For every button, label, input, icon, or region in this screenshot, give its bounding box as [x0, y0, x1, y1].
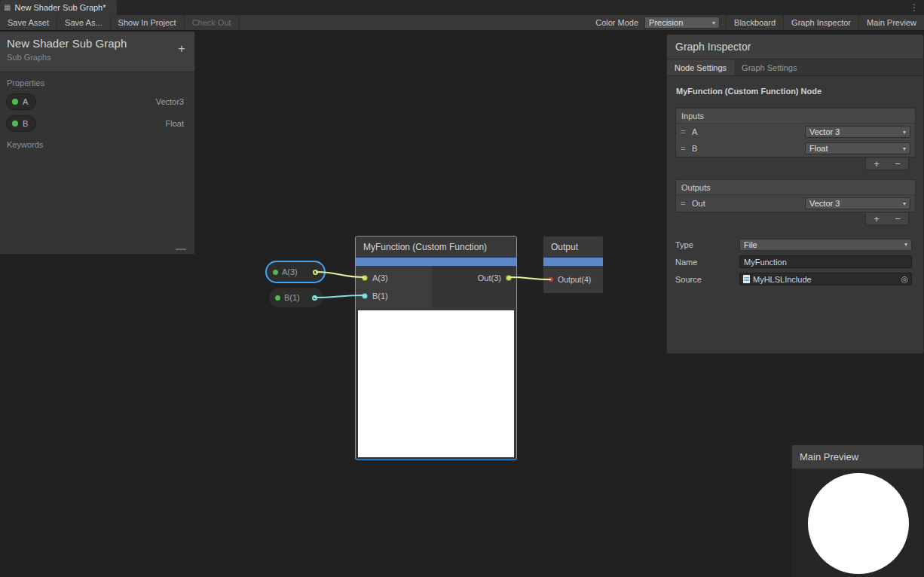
property-node-a-label: A(3) — [282, 267, 298, 276]
output-out-name[interactable]: Out — [692, 199, 805, 208]
save-as-button[interactable]: Save As... — [57, 15, 111, 30]
inputs-list: Inputs = A Vector 3 ▾ = B Float ▾ — [675, 108, 916, 157]
blackboard-property-row: B Float — [0, 112, 194, 134]
window-menu-icon[interactable]: ⋮ — [910, 2, 919, 13]
output-port-label: Out(3) — [478, 273, 501, 282]
tab-node-settings[interactable]: Node Settings — [667, 60, 734, 75]
main-preview-header[interactable]: Main Preview — [792, 445, 923, 469]
chevron-down-icon: ▾ — [900, 145, 906, 152]
keywords-section-label: Keywords — [0, 134, 194, 152]
remove-output-button[interactable]: − — [887, 213, 908, 224]
input-a-type-dropdown[interactable]: Vector 3 ▾ — [805, 126, 910, 138]
property-b-output-port[interactable] — [312, 295, 317, 301]
input-row-a: = A Vector 3 ▾ — [676, 124, 915, 140]
exposed-property-icon — [275, 295, 280, 301]
input-b-type-value: Float — [809, 144, 828, 153]
main-preview-body[interactable] — [792, 469, 923, 576]
graph-inspector-header[interactable]: Graph Inspector — [667, 35, 923, 60]
exposed-property-icon — [273, 270, 278, 275]
input-ports: A(3) B(1) — [356, 266, 432, 308]
source-object-field[interactable]: MyHLSLInclude ◎ — [739, 273, 912, 285]
graph-inspector-toggle-button[interactable]: Graph Inspector — [783, 15, 858, 30]
blackboard-toggle-button[interactable]: Blackboard — [726, 15, 783, 30]
drag-handle-icon[interactable]: = — [681, 144, 692, 153]
properties-section-label: Properties — [0, 72, 194, 90]
input-row-b: = B Float ▾ — [676, 140, 915, 157]
chevron-down-icon: ▾ — [709, 20, 715, 26]
output-node-title[interactable]: Output — [543, 237, 603, 258]
document-tab-label: New Shader Sub Graph* — [14, 3, 106, 12]
show-in-project-button[interactable]: Show In Project — [111, 15, 185, 30]
property-node-a[interactable]: A(3) — [265, 261, 326, 283]
window-titlebar: ▦ New Shader Sub Graph* ⋮ — [0, 0, 924, 15]
subgraph-output-node[interactable]: Output Output(4) — [543, 236, 604, 294]
blackboard-title: New Shader Sub Graph — [7, 37, 187, 50]
property-a-type: Vector3 — [156, 97, 184, 106]
main-preview-toggle-button[interactable]: Main Preview — [858, 15, 924, 30]
type-value: File — [744, 240, 757, 249]
source-label: Source — [675, 275, 739, 284]
property-pill-b-label: B — [23, 119, 28, 128]
outputs-list-header: Outputs — [676, 180, 915, 195]
node-settings-title: MyFunction (Custom Function) Node — [676, 87, 916, 96]
graph-inspector-tabs: Node Settings Graph Settings — [667, 60, 923, 76]
toolbar-right-group: Color Mode Precision ▾ Blackboard Graph … — [589, 15, 924, 30]
blackboard-resize-handle[interactable] — [176, 249, 186, 250]
check-out-button: Check Out — [185, 15, 240, 30]
custom-function-node-title[interactable]: MyFunction (Custom Function) — [356, 237, 516, 258]
input-port-a[interactable] — [362, 275, 368, 281]
function-fields: Type File ▾ Name MyFunction Source MyHLS… — [675, 236, 916, 288]
shader-graph-icon: ▦ — [4, 4, 11, 11]
drag-handle-icon[interactable]: = — [681, 199, 692, 208]
preview-sphere — [808, 473, 909, 574]
type-label: Type — [675, 240, 739, 249]
color-mode-dropdown[interactable]: Precision ▾ — [644, 17, 720, 29]
input-b-type-dropdown[interactable]: Float ▾ — [805, 142, 910, 154]
toolbar: Save Asset Save As... Show In Project Ch… — [0, 15, 924, 31]
input-port-row-a: A(3) — [356, 269, 432, 287]
exposed-property-icon — [12, 99, 18, 105]
output-row-out: = Out Vector 3 ▾ — [676, 195, 915, 212]
property-pill-b[interactable]: B — [6, 115, 36, 132]
blackboard-subtitle: Sub Graphs — [7, 53, 187, 62]
outputs-list: Outputs = Out Vector 3 ▾ — [675, 179, 916, 212]
output-node-body: Output(4) — [543, 266, 603, 293]
main-preview-panel: Main Preview — [791, 444, 924, 577]
output-node-port-label: Output(4) — [558, 275, 591, 284]
add-output-button[interactable]: + — [866, 213, 887, 224]
custom-function-node[interactable]: MyFunction (Custom Function) A(3) B(1) O… — [355, 236, 517, 460]
property-node-b[interactable]: B(1) — [268, 287, 324, 308]
tab-graph-settings[interactable]: Graph Settings — [734, 60, 804, 75]
property-node-b-label: B(1) — [284, 293, 300, 302]
property-a-output-port[interactable] — [313, 270, 318, 275]
blackboard-header[interactable]: New Shader Sub Graph Sub Graphs + — [0, 32, 194, 72]
type-dropdown[interactable]: File ▾ — [739, 239, 912, 251]
property-pill-a-label: A — [23, 97, 28, 106]
property-b-type: Float — [166, 119, 184, 128]
object-picker-icon[interactable]: ◎ — [901, 275, 908, 283]
remove-input-button[interactable]: − — [887, 158, 908, 169]
output-port-out[interactable] — [506, 275, 512, 281]
input-b-name[interactable]: B — [692, 144, 805, 153]
drag-handle-icon[interactable]: = — [681, 127, 692, 136]
output-port-row: Out(3) — [478, 269, 512, 287]
blackboard-property-row: A Vector3 — [0, 90, 194, 112]
chevron-down-icon: ▾ — [901, 241, 907, 248]
output-out-type-value: Vector 3 — [809, 199, 840, 208]
output-node-input-port[interactable] — [548, 276, 554, 282]
name-input[interactable]: MyFunction — [739, 255, 912, 268]
input-a-name[interactable]: A — [692, 127, 805, 136]
inputs-list-footer: + − — [865, 157, 909, 170]
inputs-list-header: Inputs — [676, 108, 915, 124]
color-mode-label: Color Mode — [589, 18, 644, 27]
add-property-button[interactable]: + — [175, 42, 188, 56]
document-tab[interactable]: ▦ New Shader Sub Graph* — [0, 0, 117, 15]
chevron-down-icon: ▾ — [900, 200, 906, 207]
name-field-row: Name MyFunction — [675, 253, 912, 270]
source-value: MyHLSLInclude — [753, 275, 812, 284]
output-out-type-dropdown[interactable]: Vector 3 ▾ — [805, 197, 910, 209]
input-port-b[interactable] — [362, 293, 368, 299]
save-asset-button[interactable]: Save Asset — [0, 15, 57, 30]
add-input-button[interactable]: + — [866, 158, 887, 169]
property-pill-a[interactable]: A — [6, 93, 36, 110]
